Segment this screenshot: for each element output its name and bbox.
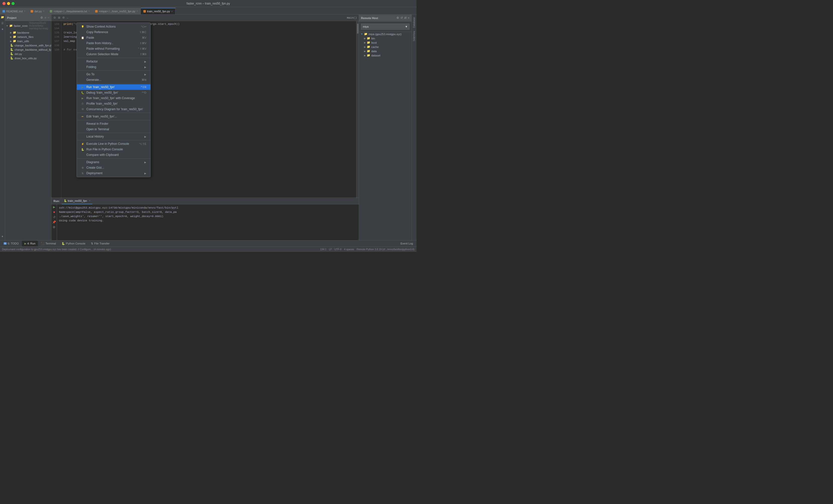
remote-item-cache[interactable]: ▶ 📁 cache: [359, 45, 411, 49]
expand-icon[interactable]: ≡: [44, 16, 46, 19]
close-button[interactable]: [2, 2, 5, 5]
status-encoding[interactable]: UTF-8: [334, 248, 341, 251]
cm-generate[interactable]: Generate... ⌘N: [77, 77, 150, 82]
tab-miya-req[interactable]: <miya> /.../requirements.txt ×: [47, 8, 92, 14]
tab-train-main[interactable]: train_res50_fpn.py ×: [141, 8, 175, 14]
status-position[interactable]: 134:1: [320, 248, 326, 251]
cm-reveal-finder[interactable]: Reveal in Finder: [77, 121, 150, 126]
cm-goto[interactable]: Go To ▶: [77, 72, 150, 77]
favorites-icon[interactable]: ♦: [0, 235, 4, 239]
tab-miya-req-close[interactable]: ×: [88, 10, 90, 13]
tab-readme-close[interactable]: ×: [24, 10, 25, 13]
cm-profile[interactable]: ⏱ Profile 'train_res50_fpn': [77, 101, 150, 106]
project-icon[interactable]: 📁: [0, 16, 4, 20]
cm-deployment[interactable]: ⇅ Deployment ▶: [77, 170, 150, 176]
remote-item-boot[interactable]: ▶ 📁 boot: [359, 41, 411, 45]
tree-backbone[interactable]: ▶ 📁 backbone: [9, 30, 51, 34]
rh-settings-icon[interactable]: ⚙: [397, 16, 399, 20]
run-play-icon[interactable]: ▶: [53, 205, 55, 209]
minimize-button[interactable]: [7, 2, 10, 5]
cm-local-history[interactable]: Local History ▶: [77, 134, 150, 139]
cm-paste-history[interactable]: Paste from History... ⇧⌘V: [77, 41, 150, 46]
run-tab-icon: 🐍: [64, 199, 67, 202]
btab-python-console[interactable]: 🐍 Python Console: [59, 241, 88, 246]
maximize-button[interactable]: [11, 2, 15, 5]
cm-open-terminal[interactable]: Open in Terminal: [77, 126, 150, 132]
tab-readme[interactable]: README.md ×: [0, 8, 28, 14]
status-indent[interactable]: 4 spaces: [344, 248, 354, 251]
cm-create-gist[interactable]: ⚙ Create Gist...: [77, 165, 150, 170]
cm-edit-config[interactable]: ✏ Edit 'train_res50_fpn'...: [77, 114, 150, 119]
remote-item-dataset[interactable]: ▶ 📁 dataset: [359, 53, 411, 57]
tree-change-backbone-nofpn[interactable]: 🐍 change_backbone_without_fpn.py: [9, 47, 51, 52]
cm-show-context[interactable]: 💡 Show Context Actions ⌥↩: [77, 24, 150, 29]
cm-paste-noformat[interactable]: Paste without Formatting ⌃⇧⌘V: [77, 46, 150, 51]
cm-copy-ref[interactable]: Copy Reference ⇧⌘C: [77, 29, 150, 35]
structure-icon[interactable]: ☰: [0, 22, 4, 26]
run-pin-icon[interactable]: 📌: [52, 220, 56, 224]
project-panel-actions[interactable]: ⚙ ≡ –: [41, 16, 49, 19]
tab-miya-fpn[interactable]: <miya> /.../train_res50_fpn.py ×: [93, 8, 141, 14]
tab-miya-req-label: <miya> /.../requirements.txt: [53, 10, 87, 13]
cm-paste[interactable]: 📋 Paste ⌘V: [77, 35, 150, 41]
tree-root[interactable]: ▼ 📁 faster_rcnn /Volumes/itoshi rin/test…: [5, 21, 51, 30]
remote-connection-dropdown[interactable]: miya ▼: [361, 24, 409, 30]
gear-icon[interactable]: ⚙: [53, 16, 56, 19]
remote-item-data[interactable]: ▶ 📁 data: [359, 49, 411, 53]
cm-debug[interactable]: 🐛 Debug 'train_res50_fpn' ^^D: [77, 90, 150, 95]
tree-change-backbone-fpn[interactable]: 🐍 change_backbone_with_fpn.py: [9, 43, 51, 47]
remote-host-root[interactable]: ▼ 📁 miya (gpu253.mistgpu.xyz): [359, 32, 411, 36]
cm-col-select[interactable]: Column Selection Mode ⇧⌘8: [77, 51, 150, 57]
btab-todo[interactable]: 6 6: TODO: [1, 241, 21, 246]
network-arrow: ▶: [10, 35, 12, 38]
status-python[interactable]: Remote Python 3.8.19 (sf.../envs/fast/bi…: [357, 248, 414, 251]
settings-icon-2[interactable]: ⚙: [62, 16, 65, 19]
rh-sync-icon[interactable]: ⇄: [404, 16, 406, 20]
run-tab-train[interactable]: 🐍 train_res50_fpn ×: [62, 198, 92, 204]
run-rerun-icon[interactable]: ↺: [53, 215, 55, 219]
tab-del[interactable]: del.py ×: [28, 8, 47, 14]
tab-del-close[interactable]: ×: [43, 10, 45, 13]
btab-event-log[interactable]: Event Log: [398, 241, 415, 246]
run-tab-close[interactable]: ×: [89, 199, 91, 202]
cm-folding[interactable]: Folding ▶: [77, 64, 150, 70]
run-stop-icon[interactable]: ■: [53, 210, 55, 214]
tree-del[interactable]: 🐍 del.py: [9, 52, 51, 56]
btab-file-transfer[interactable]: ⇅ File Transfer: [88, 241, 112, 246]
folding-arrow-icon: ▶: [144, 66, 146, 69]
rvt-database[interactable]: Database: [412, 16, 416, 29]
settings-icon[interactable]: ⚙: [41, 16, 43, 19]
cm-refactor[interactable]: Refactor ▶: [77, 59, 150, 64]
btab-run[interactable]: ▶ 4: Run: [22, 241, 38, 246]
editor-scrollbar[interactable]: [356, 21, 359, 197]
hide-icon[interactable]: –: [48, 16, 49, 19]
rh-close-icon[interactable]: ×: [408, 16, 409, 20]
cm-run[interactable]: ▶ Run 'train_res50_fpn' ^⇧R: [77, 84, 150, 90]
tab-train-main-close[interactable]: ×: [171, 10, 173, 13]
cm-compare-clipboard[interactable]: Compare with Clipboard: [77, 152, 150, 158]
btab-terminal[interactable]: ⬛ Terminal: [39, 241, 58, 246]
tab-miya-fpn-close[interactable]: ×: [137, 10, 138, 13]
cm-exec-line[interactable]: ⚡ Execute Line in Python Console ⌥⇧E: [77, 141, 150, 147]
rh-refresh-icon[interactable]: ↺: [400, 16, 403, 20]
run-settings-icon[interactable]: ⚙: [53, 225, 55, 229]
tab-del-label: del.py: [34, 10, 42, 13]
tree-draw-box[interactable]: 🐍 draw_box_utils.py: [9, 56, 51, 60]
rvt-sideview[interactable]: SideView: [412, 29, 416, 43]
remote-host-icons[interactable]: ⚙ ↺ ⇄ ×: [397, 16, 409, 20]
dash-icon[interactable]: –: [67, 16, 68, 19]
status-lf[interactable]: LF: [329, 248, 332, 251]
cm-concurrency[interactable]: ⧉ Concurrency Diagram for 'train_res50_f…: [77, 106, 150, 112]
tree-network-files[interactable]: ▶ 📁 network_files: [9, 34, 51, 39]
cm-run-coverage[interactable]: ▶ Run 'train_res50_fpn' with Coverage: [77, 95, 150, 101]
exec-line-icon: ⚡: [81, 142, 85, 146]
tree-train-utils[interactable]: ▶ 📁 train_utils: [9, 39, 51, 43]
cm-run-file-console[interactable]: 🐍 Run File in Python Console: [77, 147, 150, 152]
tab-readme-label: README.md: [6, 10, 23, 13]
scrollbar-thumb[interactable]: [357, 24, 358, 33]
bookmark-icon[interactable]: ★: [0, 28, 4, 32]
remote-item-bin[interactable]: ▶ 📁 bin: [359, 36, 411, 41]
window-controls[interactable]: [2, 2, 15, 5]
cm-diagrams[interactable]: Diagrams ▶: [77, 160, 150, 165]
layout-icon[interactable]: ⊞: [58, 16, 60, 19]
